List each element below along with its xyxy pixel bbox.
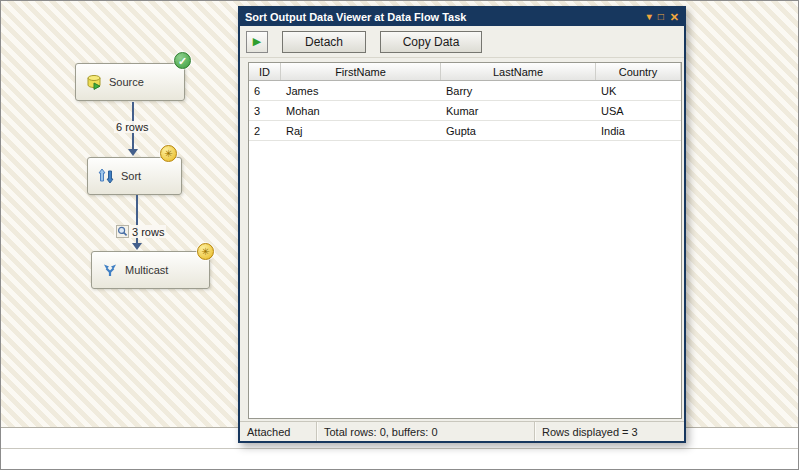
data-grid: ID FirstName LastName Country 6 James Ba… xyxy=(248,62,682,419)
row-count-label: 6 rows xyxy=(114,121,150,133)
dialog-statusbar: Attached Total rows: 0, buffers: 0 Rows … xyxy=(240,421,684,441)
component-source[interactable]: Source xyxy=(75,63,185,101)
footer-divider xyxy=(1,448,798,449)
cell-id: 2 xyxy=(249,121,281,140)
component-label: Source xyxy=(109,76,144,88)
cell-firstname: Raj xyxy=(281,121,441,140)
pin-chevron-icon[interactable]: ▾ xyxy=(647,8,652,26)
arrowhead-icon xyxy=(128,149,138,156)
status-total-rows: Total rows: 0, buffers: 0 xyxy=(316,422,534,441)
grid-header-row: ID FirstName LastName Country xyxy=(249,63,681,81)
table-row[interactable]: 3 Mohan Kumar USA xyxy=(249,101,681,121)
dialog-title: Sort Output Data Viewer at Data Flow Tas… xyxy=(245,11,641,23)
maximize-icon[interactable]: □ xyxy=(658,8,664,26)
play-icon: ▶ xyxy=(253,35,261,48)
cell-id: 3 xyxy=(249,101,281,120)
grid-empty-space xyxy=(249,141,681,418)
cell-firstname: Mohan xyxy=(281,101,441,120)
column-header-id[interactable]: ID xyxy=(249,63,281,80)
sort-arrows-icon xyxy=(98,168,114,184)
success-check-icon: ✓ xyxy=(174,52,191,69)
arrowhead-icon xyxy=(132,243,142,250)
component-label: Sort xyxy=(121,170,141,182)
warning-sun-icon: ✳ xyxy=(197,243,214,260)
table-row[interactable]: 6 James Barry UK xyxy=(249,81,681,101)
play-button[interactable]: ▶ xyxy=(246,31,268,53)
database-source-icon xyxy=(86,74,102,90)
dialog-titlebar[interactable]: Sort Output Data Viewer at Data Flow Tas… xyxy=(240,8,684,26)
column-header-firstname[interactable]: FirstName xyxy=(281,63,441,80)
table-row[interactable]: 2 Raj Gupta India xyxy=(249,121,681,141)
cell-lastname: Kumar xyxy=(441,101,596,120)
grid-area: ID FirstName LastName Country 6 James Ba… xyxy=(240,58,684,421)
data-viewer-dialog: Sort Output Data Viewer at Data Flow Tas… xyxy=(238,6,686,443)
cell-firstname: James xyxy=(281,81,441,100)
warning-sun-icon: ✳ xyxy=(160,145,177,162)
cell-country: UK xyxy=(596,81,681,100)
component-sort[interactable]: Sort xyxy=(87,157,182,195)
status-attached: Attached xyxy=(240,422,316,441)
column-header-lastname[interactable]: LastName xyxy=(441,63,596,80)
close-icon[interactable]: ✕ xyxy=(670,8,679,26)
row-count-label-with-viewer: 3 rows xyxy=(114,225,166,238)
component-label: Multicast xyxy=(125,264,168,276)
detach-button[interactable]: Detach xyxy=(282,31,366,53)
status-rows-displayed: Rows displayed = 3 xyxy=(534,422,684,441)
cell-lastname: Barry xyxy=(441,81,596,100)
cell-country: USA xyxy=(596,101,681,120)
cell-id: 6 xyxy=(249,81,281,100)
cell-lastname: Gupta xyxy=(441,121,596,140)
cell-country: India xyxy=(596,121,681,140)
component-multicast[interactable]: Multicast xyxy=(91,251,210,289)
ssis-designer-window: Source ✓ 6 rows Sort ✳ xyxy=(0,0,799,470)
dialog-toolbar: ▶ Detach Copy Data xyxy=(240,26,684,58)
column-header-country[interactable]: Country xyxy=(596,63,681,80)
data-viewer-magnifier-icon[interactable] xyxy=(116,225,129,238)
multicast-branch-icon xyxy=(102,262,118,278)
copy-data-button[interactable]: Copy Data xyxy=(380,31,482,53)
